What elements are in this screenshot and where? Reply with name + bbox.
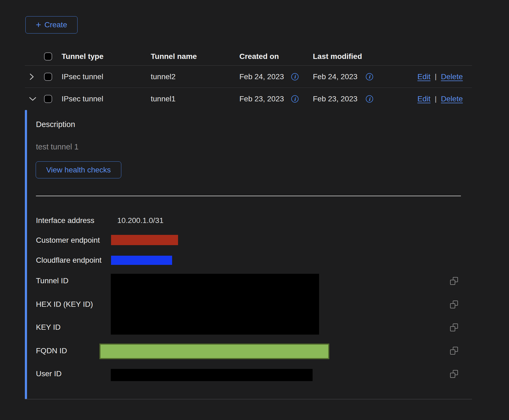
tunnel-hex-key-id-redacted-values (111, 274, 319, 335)
description-value: test tunnel 1 (36, 142, 79, 151)
column-header-tunnel-type: Tunnel type (62, 52, 103, 61)
tunnel-type-cell: IPsec tunnel (62, 72, 103, 81)
table-row-tunnel2: IPsec tunnel tunnel2 Feb 24, 2023 i Feb … (25, 66, 472, 88)
copy-fqdn-id-icon[interactable] (450, 347, 458, 355)
description-label: Description (36, 120, 75, 129)
last-modified-cell: Feb 23, 2023 (313, 95, 357, 103)
edit-link[interactable]: Edit (417, 72, 430, 81)
last-modified-info-icon[interactable]: i (366, 95, 373, 103)
tunnel-id-label: Tunnel ID (36, 276, 68, 285)
tunnel-name-cell: tunnel2 (151, 72, 176, 81)
copy-tunnel-id-icon[interactable] (450, 277, 458, 285)
panel-divider (36, 196, 461, 196)
column-header-created-on: Created on (239, 52, 279, 61)
plus-icon: + (36, 20, 41, 29)
collapse-chevron-down-icon[interactable] (28, 95, 38, 103)
view-health-checks-button[interactable]: View health checks (36, 161, 121, 178)
tunnel-name-cell: tunnel1 (151, 95, 176, 103)
copy-key-id-icon[interactable] (450, 324, 458, 331)
copy-hex-id-icon[interactable] (450, 301, 458, 308)
customer-endpoint-label: Customer endpoint (36, 236, 100, 245)
table-header: Tunnel type Tunnel name Created on Last … (25, 48, 472, 66)
created-on-cell: Feb 23, 2023 (239, 95, 284, 103)
created-on-info-icon[interactable]: i (291, 73, 299, 80)
column-header-tunnel-name: Tunnel name (151, 52, 197, 61)
key-id-label: KEY ID (36, 323, 61, 332)
create-button[interactable]: + Create (25, 16, 78, 34)
table-row-tunnel1: IPsec tunnel tunnel1 Feb 23, 2023 i Feb … (25, 88, 472, 110)
select-all-checkbox[interactable] (44, 52, 52, 61)
cloudflare-endpoint-label: Cloudflare endpoint (36, 256, 102, 265)
action-separator: | (435, 72, 437, 81)
row-checkbox[interactable] (44, 95, 52, 103)
last-modified-cell: Feb 24, 2023 (313, 72, 357, 81)
customer-endpoint-redacted-value (111, 235, 178, 245)
create-button-label: Create (44, 21, 67, 29)
delete-link[interactable]: Delete (441, 95, 463, 103)
tunnel-type-cell: IPsec tunnel (62, 95, 103, 103)
action-separator: | (435, 95, 437, 103)
last-modified-info-icon[interactable]: i (366, 73, 373, 80)
fqdn-id-label: FQDN ID (36, 346, 67, 355)
user-id-redacted-value (111, 369, 313, 381)
interface-address-value: 10.200.1.0/31 (117, 216, 163, 225)
edit-link[interactable]: Edit (417, 95, 430, 103)
column-header-last-modified: Last modified (313, 52, 362, 61)
cloudflare-endpoint-redacted-value (111, 256, 172, 265)
copy-user-id-icon[interactable] (450, 370, 458, 378)
created-on-info-icon[interactable]: i (291, 95, 299, 103)
fqdn-id-redacted-value (99, 344, 329, 359)
user-id-label: User ID (36, 369, 62, 378)
expand-chevron-right-icon[interactable] (28, 72, 36, 82)
ipsec-tunnels-page: + Create Tunnel type Tunnel name Created… (0, 0, 509, 420)
row-checkbox[interactable] (44, 73, 52, 81)
panel-bottom-border (25, 399, 472, 399)
interface-address-label: Interface address (36, 216, 94, 225)
hex-id-label: HEX ID (KEY ID) (36, 300, 93, 309)
created-on-cell: Feb 24, 2023 (239, 72, 284, 81)
expanded-row-indicator-bar (25, 110, 27, 399)
delete-link[interactable]: Delete (441, 72, 463, 81)
